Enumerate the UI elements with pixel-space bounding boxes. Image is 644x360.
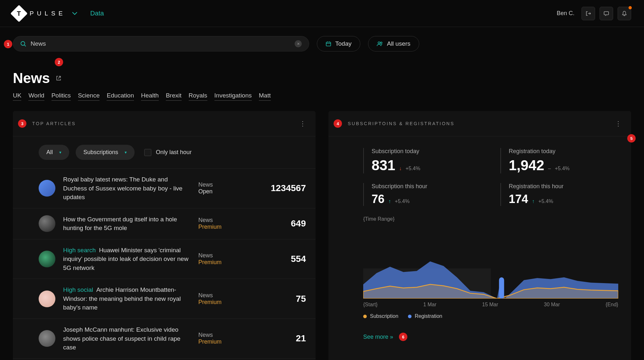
stat-label: Registration today (509, 148, 618, 155)
users-filter-pill[interactable]: All users (368, 36, 419, 51)
article-filters: All ▾ Subscriptions ▾ Only last hour (13, 136, 316, 168)
page-title: News (13, 70, 50, 86)
exit-icon[interactable] (582, 7, 595, 20)
stat-value: 76 (372, 192, 384, 206)
subnav-item[interactable]: Education (107, 92, 134, 101)
app-header: T PULSE Data Ben C. (0, 0, 644, 27)
trend-pct: +5.4% (405, 166, 420, 171)
stat-sub-today: Subscription today 831 ↓ +5.4% (363, 148, 481, 173)
xaxis-tick: 30 Mar (544, 302, 560, 308)
kebab-menu-icon[interactable]: ⋮ (615, 120, 621, 127)
article-row[interactable]: How the Government dug itself into a hol… (13, 208, 316, 239)
chevron-down-icon[interactable] (72, 12, 77, 15)
filter-subs-chip[interactable]: Subscriptions ▾ (76, 145, 135, 160)
subs-chart (363, 228, 618, 299)
xaxis-tick: {Start} (363, 302, 377, 308)
kebab-menu-icon[interactable]: ⋮ (299, 120, 306, 127)
stat-reg-hour: Registration this hour 174 ↑ +5.4% (500, 183, 618, 206)
article-row[interactable]: High searchHuawei Minister says 'crimina… (13, 239, 316, 279)
only-last-hour-checkbox[interactable]: Only last hour (144, 149, 192, 156)
article-count: 1234567 (254, 183, 306, 193)
stat-value: 831 (372, 157, 395, 173)
trend-flat-icon: – (548, 166, 551, 171)
header-right: Ben C. (557, 7, 631, 20)
stats-grid: Subscription today 831 ↓ +5.4% Registrat… (328, 136, 631, 212)
nav-data-link[interactable]: Data (90, 10, 104, 17)
trend-up-icon: ↑ (388, 198, 391, 204)
chip-label: All (46, 149, 53, 156)
subnav-item[interactable]: Politics (52, 92, 71, 101)
article-thumb (39, 180, 55, 197)
article-thumb (39, 291, 55, 307)
user-name[interactable]: Ben C. (557, 10, 574, 17)
trend-up-icon: ↑ (532, 198, 535, 204)
card-title: SUBSCRIPTOINS & REGISTRATIONS (348, 121, 455, 126)
external-link-icon[interactable] (56, 75, 62, 81)
header-left: T PULSE Data (13, 7, 104, 20)
xaxis-tick: 15 Mar (482, 302, 498, 308)
card-title: TOP ARTICLES (32, 121, 76, 126)
chat-icon[interactable] (600, 7, 613, 20)
logo[interactable]: T PULSE (13, 7, 77, 20)
filter-row: 1 News ✕ Today All users (0, 27, 644, 60)
chevron-down-icon: ▾ (59, 150, 62, 155)
stat-sub-hour: Subscription this hour 76 ↑ +5.4% (363, 183, 481, 206)
subnav-item[interactable]: Science (78, 92, 100, 101)
article-count: 649 (254, 218, 306, 229)
search-input[interactable]: News (31, 40, 290, 47)
trend-down-icon: ↓ (399, 166, 402, 171)
subnav-item[interactable]: Matt (259, 92, 271, 101)
subnav-item[interactable]: World (28, 92, 44, 101)
article-meta: NewsOpen (198, 181, 247, 195)
chart-legend: Subscription Registration (363, 308, 618, 319)
checkbox-label: Only last hour (156, 149, 192, 156)
bell-icon[interactable] (618, 7, 631, 20)
annotation-badge: 2 (55, 58, 63, 66)
article-meta: NewsPremium (198, 252, 247, 266)
date-filter-label: Today (335, 40, 352, 47)
subnav-item[interactable]: UK (13, 92, 21, 101)
subnav-item[interactable]: Health (141, 92, 159, 101)
article-title: How the Government dug itself into a hol… (63, 215, 191, 233)
article-row[interactable]: Royal baby latest news: The Duke and Duc… (13, 168, 316, 208)
annotation-badge: 6 (399, 333, 407, 341)
article-title: High searchHuawei Minister says 'crimina… (63, 246, 191, 272)
logo-text: PULSE (30, 10, 66, 17)
chart-xaxis: {Start} 1 Mar 15 Mar 30 Mar {End} (363, 302, 618, 308)
stat-value: 174 (509, 192, 528, 206)
article-row[interactable]: High socialArchie Harrison Mountbatten-W… (13, 279, 316, 318)
article-count: 21 (254, 333, 306, 344)
article-row[interactable]: Joseph McCann manhunt: Exclusive video s… (13, 318, 316, 358)
legend-dot-icon (363, 315, 367, 318)
clear-icon[interactable]: ✕ (295, 40, 302, 47)
page-title-row: News 2 (0, 60, 644, 89)
article-thumb (39, 251, 55, 267)
subnav-item[interactable]: Investigations (214, 92, 252, 101)
search-icon (20, 41, 26, 47)
article-meta: NewsPremium (198, 292, 247, 306)
chip-label: Subscriptions (83, 149, 118, 156)
subnav-item[interactable]: Brexit (166, 92, 182, 101)
content-grid: 3 TOP ARTICLES ⋮ All ▾ Subscriptions ▾ O… (0, 111, 644, 360)
article-count: 554 (254, 254, 306, 264)
svg-point-1 (21, 42, 25, 45)
subs-card: 4 SUBSCRIPTOINS & REGISTRATIONS ⋮ 5 Subs… (328, 111, 631, 360)
users-icon (377, 41, 383, 46)
annotation-badge: 3 (18, 119, 26, 128)
logo-mark-icon: T (10, 5, 28, 22)
subnav-item[interactable]: Royals (189, 92, 207, 101)
search-bar[interactable]: News ✕ (13, 36, 309, 51)
card-header: 4 SUBSCRIPTOINS & REGISTRATIONS ⋮ (328, 111, 631, 136)
annotation-badge: 5 (627, 134, 636, 143)
article-tag: High search (63, 247, 96, 254)
checkbox-icon[interactable] (144, 149, 151, 156)
article-meta: NewsPremium (198, 217, 247, 230)
see-more-row: See more » 6 (328, 326, 631, 350)
annotation-badge: 1 (4, 40, 12, 48)
article-row[interactable]: North Korea launches 'unidentified proje… (13, 358, 316, 360)
article-title: Royal baby latest news: The Duke and Duc… (63, 175, 191, 202)
date-filter-pill[interactable]: Today (317, 36, 360, 51)
filter-all-chip[interactable]: All ▾ (39, 145, 69, 160)
see-more-link[interactable]: See more » (363, 334, 393, 340)
svg-rect-0 (604, 12, 609, 15)
